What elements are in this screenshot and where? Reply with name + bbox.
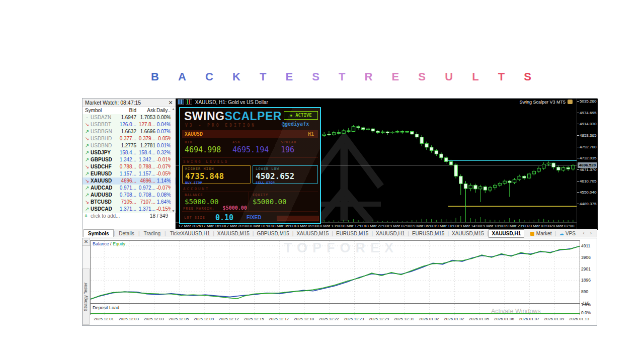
account-block: BALANCE $5000.00 EQUITY $5000.00 FREE MA… xyxy=(182,192,318,212)
arrow-up-icon: ↗ xyxy=(85,128,90,135)
ask-value: 1.157... xyxy=(137,170,155,177)
chart-tab-0[interactable]: XAUUSD,H1 xyxy=(178,230,213,237)
tab-trading[interactable]: Trading xyxy=(139,230,165,237)
column-ask[interactable]: Ask xyxy=(137,107,155,114)
chart-tab-5[interactable]: XAUUSD,H1 xyxy=(373,230,408,237)
chart-tab-4[interactable]: EURUSD,M15 xyxy=(333,230,371,237)
bid-value: 1.371... xyxy=(118,206,136,213)
lot-size-value: 0.10 xyxy=(215,213,233,223)
market-watch-row-usdcad[interactable]: ↗USDCAD1.371...1.371...-0.15% xyxy=(83,206,176,213)
market-watch-row-usdbhd[interactable]: ↘USDBHD0.377...0.379...-0.05% xyxy=(83,135,176,142)
equity-block: EQUITY $5000.00 xyxy=(253,193,286,206)
vps-button[interactable]: ☁VPS xyxy=(556,230,579,237)
tick-mark xyxy=(577,113,579,113)
market-watch-row-eurusd[interactable]: ↗EURUSD1.157...1.157...-0.05% xyxy=(83,170,176,177)
arrow-down-icon: ↘ xyxy=(85,135,90,142)
date-tick: 2026.01.02 xyxy=(419,317,439,321)
market-button[interactable]: Market xyxy=(527,230,555,237)
sell-stop-label: SELL STOP xyxy=(256,181,315,185)
ask-value: 158.4... xyxy=(137,149,155,156)
chart-tab-8[interactable]: XAUUSD,H1 xyxy=(489,229,525,238)
market-watch-row-xauusd[interactable]: ↘XAUUSD4696...4696...1.14% xyxy=(83,177,176,185)
tick-mark xyxy=(577,124,579,124)
balance-value: $5000.00 xyxy=(185,198,218,206)
market-watch-row-usdbnd[interactable]: ↗USDBND1.27751.27810.01% xyxy=(83,142,176,149)
chart-tab-2[interactable]: GBPUSD,M15 xyxy=(254,230,292,237)
spread-block: SPREAD 196 xyxy=(281,140,296,154)
tab-scroll-arrows[interactable]: ‹ › xyxy=(583,229,594,237)
date-tick: 2026.01.02 xyxy=(444,317,464,321)
panel-prices: BID 4694.998 ASK 4695.194 SPREAD 196 xyxy=(182,139,318,158)
bid-value: 1.157... xyxy=(118,170,136,177)
close-icon[interactable]: ✕ xyxy=(167,99,174,106)
scroll-up-icon[interactable]: ▲ xyxy=(171,107,176,111)
chart-tab-3[interactable]: XAUUSD,M15 xyxy=(293,230,332,237)
add-symbol-icon[interactable]: + xyxy=(85,213,88,220)
price-tick: 4610.705 xyxy=(577,179,597,184)
market-watch-row-audcad[interactable]: ↗AUDCAD0.971...0.972...-0.07% xyxy=(83,185,176,192)
ask-label: ASK xyxy=(232,140,269,144)
window-menu-icon[interactable] xyxy=(178,99,184,105)
price-tick: 4914.030 xyxy=(577,122,597,126)
scroll-down-icon[interactable]: ▼ xyxy=(171,209,176,213)
free-margin-value: $5000.00 xyxy=(223,205,247,211)
market-watch-row-btcusd[interactable]: ↘BTCUSD7105...7107...1.64% xyxy=(83,199,176,206)
ask-value: 0.788... xyxy=(137,163,155,170)
chart-tab-7[interactable]: XAUUSD,M15 xyxy=(449,230,487,237)
bid-value: 7105... xyxy=(118,199,136,206)
column-symbol[interactable]: Symbol xyxy=(85,107,102,114)
chart-tab-1[interactable]: XAUUSD,M15 xyxy=(214,230,253,237)
date-tick: 2025.12.23 xyxy=(344,317,364,321)
price-tick: 4974.695 xyxy=(577,111,597,115)
tab-details[interactable]: Details xyxy=(115,230,138,237)
brand-left: SWING xyxy=(184,110,224,123)
balance-label: BALANCE xyxy=(185,193,218,197)
chart-tab-6[interactable]: EURUSD,M15 xyxy=(409,230,447,237)
title-letter-4: T xyxy=(260,70,266,83)
bid-value: 0.708... xyxy=(118,192,136,199)
daily-change: -0.05% xyxy=(156,170,171,177)
market-watch-row-audusd[interactable]: ↗AUDUSD0.708...0.708...0.08% xyxy=(83,192,176,199)
time-tick: 20 Mar 03:00 xyxy=(527,224,551,228)
daily-change: 0.01% xyxy=(156,142,171,149)
time-tick: 18 Mar 05:00 xyxy=(271,224,295,228)
panel-symbol: XAUUSD xyxy=(185,130,203,138)
time-tick: 19 Mar 06:00 xyxy=(411,224,434,228)
chart-type-icon[interactable] xyxy=(186,99,192,105)
lower-low-label: LOWER LOW xyxy=(256,167,315,171)
price-axis[interactable]: 5035.2604974.6954914.0304853.3654792.700… xyxy=(577,99,598,230)
ask-value: 1.2781 xyxy=(137,142,155,149)
market-watch-row-usdjpy[interactable]: ↗USDJPY158.4...158.4...0.32% xyxy=(83,149,176,156)
account-header: ACCOUNT xyxy=(183,187,210,191)
close-icon[interactable]: ✕ xyxy=(83,238,90,246)
daily-change: -0.01% xyxy=(156,156,171,163)
bid-value: 4696... xyxy=(118,177,136,185)
market-watch-scrollbar[interactable]: ▲ ▼ xyxy=(171,107,175,213)
title-letter-0: B xyxy=(151,70,159,83)
lower-low-box: LOWER LOW 4502.652 SELL STOP xyxy=(253,165,318,184)
tick-mark xyxy=(577,204,579,204)
lot-progress-bar xyxy=(277,216,319,221)
tick-mark xyxy=(577,101,579,102)
add-symbol-text[interactable]: click to add... xyxy=(91,213,120,220)
market-watch-row-usdbdt[interactable]: ↘USDBDT126.0...127.8...0.04% xyxy=(83,121,176,128)
market-watch-row-gbpusd[interactable]: ↗GBPUSD1.342...1.342...-0.01% xyxy=(83,156,176,163)
market-watch-row-usdchf[interactable]: ↘USDCHF0.788...0.788...-0.07% xyxy=(83,163,176,170)
daily-change: -0.15% xyxy=(156,206,171,213)
title-letter-8: R xyxy=(365,70,373,83)
column-daily[interactable]: Daily... xyxy=(156,107,171,114)
strategy-tester-tab[interactable]: Strategy Tester xyxy=(83,268,90,325)
date-tick: 2026.01.09 xyxy=(544,317,564,321)
ask-block: ASK 4695.194 xyxy=(232,140,269,154)
market-watch-row-usdbgn[interactable]: ↗USDBGN1.66321.66960.07% xyxy=(83,128,176,135)
date-tick: 2026.01.13 xyxy=(569,317,589,321)
tab-symbols[interactable]: Symbols xyxy=(84,229,114,237)
deposit-load-label: Deposit Load xyxy=(93,305,119,310)
panel-brand: SWINGSCALPER xyxy=(184,110,282,123)
market-watch-row-usdazn[interactable]: ·USDAZN1.69471.70530.00% xyxy=(83,114,176,121)
column-bid[interactable]: Bid xyxy=(118,107,136,114)
bid-value: 158.4... xyxy=(118,149,136,156)
value-tick: 3906 xyxy=(581,255,596,259)
arrow-up-icon: ↗ xyxy=(85,149,90,156)
date-tick: 2025.12.05 xyxy=(169,317,189,321)
